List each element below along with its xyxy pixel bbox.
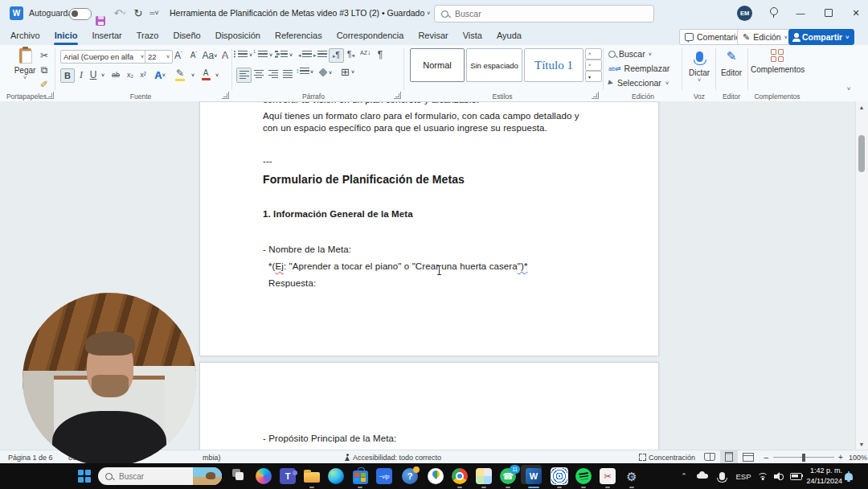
bullets-button[interactable]: ˅ [238, 51, 252, 59]
clipboard-dialog-launcher[interactable] [47, 92, 54, 99]
font-color-button[interactable]: A [199, 67, 213, 83]
align-center-button[interactable] [252, 68, 265, 81]
whatsapp-button[interactable]: ☎11 [497, 466, 518, 486]
minimize-button[interactable]: — [788, 0, 813, 26]
tab-referencias[interactable]: Referencias [268, 26, 330, 45]
style-sin-espaciado[interactable]: Sin espaciado [466, 48, 522, 82]
editing-mode-button[interactable]: ✎Edición˅ [737, 29, 793, 45]
language-indicator[interactable]: mbia) [203, 450, 221, 464]
grow-font-button[interactable]: Aˆ [171, 49, 186, 62]
word-taskbar-button[interactable]: W [523, 466, 544, 486]
decrease-indent-button[interactable]: ◂ [298, 51, 312, 59]
copilot-button[interactable] [253, 466, 274, 486]
superscript-button[interactable]: x² [137, 68, 149, 81]
question-app-button[interactable]: ? [399, 466, 420, 486]
shading-button[interactable]: ˅ [320, 69, 332, 76]
autosave-toggle[interactable] [69, 8, 92, 20]
align-left-button[interactable] [236, 68, 252, 83]
scroll-up-arrow[interactable]: ▲ [855, 101, 868, 113]
change-case-button[interactable]: Aa˅ [201, 49, 219, 62]
microphone-tray-icon[interactable] [715, 463, 728, 489]
zoom-slider[interactable] [773, 450, 834, 464]
share-button[interactable]: Compartir˅ [788, 29, 854, 45]
search-input[interactable] [453, 8, 609, 19]
redo-button[interactable]: ↻ [131, 0, 145, 26]
tab-insertar[interactable]: Insertar [84, 26, 129, 45]
styles-scroll-down[interactable]: ˅ [585, 60, 602, 71]
location-pin-icon[interactable] [770, 7, 778, 15]
bold-button[interactable]: B [60, 68, 75, 83]
mvlp-app-button[interactable]: ~vlp [374, 466, 395, 486]
focus-mode-button[interactable]: Concentración [639, 450, 695, 464]
font-name-combo[interactable]: Arial (Cuerpo en alfa˅ [60, 50, 147, 64]
addins-button[interactable]: Complementos [751, 49, 804, 74]
paste-button[interactable]: Pegar ˅ [11, 48, 39, 80]
avatar[interactable]: EM [737, 6, 752, 21]
underline-button[interactable]: U [88, 68, 99, 81]
document-page-1[interactable]: convertir tu visión en un plan concreto … [199, 101, 659, 356]
map-app-button[interactable] [473, 466, 494, 486]
clock[interactable]: 1:42 p. m. 24/11/2024 [807, 466, 842, 487]
tray-overflow-chevron[interactable]: ⌃ [678, 463, 690, 489]
tab-disposicion[interactable]: Disposición [208, 26, 268, 45]
settings-button[interactable]: ⚙ [621, 466, 642, 486]
rtl-direction-button[interactable]: ¶◂ [344, 48, 358, 61]
read-mode-button[interactable] [701, 450, 719, 463]
styles-scroll-up[interactable]: ˄ [585, 48, 602, 60]
sort-button[interactable]: AZ↓ [360, 49, 371, 56]
wifi-tray-icon[interactable] [755, 463, 770, 489]
volume-tray-icon[interactable] [772, 463, 786, 489]
file-explorer-button[interactable] [301, 466, 322, 486]
show-marks-button[interactable]: ¶ [375, 48, 386, 61]
ltr-direction-button[interactable]: ▸¶ [329, 48, 344, 63]
tab-diseno[interactable]: Diseño [166, 26, 207, 45]
tab-revisar[interactable]: Revisar [411, 26, 455, 45]
customize-qat-button[interactable]: ═˅ [148, 0, 161, 26]
styles-dialog-launcher[interactable] [592, 92, 599, 99]
clear-formatting-button[interactable]: A [219, 49, 231, 62]
highlight-button[interactable]: ✎ [171, 67, 189, 83]
zoom-out-button[interactable]: − [764, 450, 768, 464]
dictate-button[interactable]: Dictar ˅ [685, 49, 714, 83]
styles-gallery-more[interactable]: ▾ [585, 71, 602, 82]
web-layout-button[interactable] [739, 450, 757, 463]
style-normal[interactable]: Normal [410, 48, 465, 82]
tab-ayuda[interactable]: Ayuda [489, 26, 529, 45]
restore-button[interactable] [817, 0, 841, 26]
paragraph-dialog-launcher[interactable] [394, 92, 401, 99]
justify-button[interactable] [280, 68, 294, 81]
input-language[interactable]: ESP [733, 463, 754, 489]
notifications-button[interactable] [841, 463, 857, 489]
zoom-in-button[interactable]: + [838, 450, 843, 464]
photos-app-button[interactable] [549, 466, 570, 486]
scrollbar-thumb[interactable] [858, 135, 865, 172]
text-effects-button[interactable]: A˅ [152, 68, 168, 81]
accessibility-status[interactable]: Accesibilidad: todo correcto [344, 450, 441, 464]
zoom-slider-thumb[interactable] [802, 454, 805, 462]
font-size-combo[interactable]: 22˅ [145, 50, 173, 64]
font-dialog-launcher[interactable] [222, 92, 229, 99]
tab-trazo[interactable]: Trazo [129, 26, 166, 45]
page-indicator[interactable]: Página 1 de 6 [8, 450, 53, 464]
underline-dropdown[interactable]: ˅ [99, 68, 107, 81]
taskbar-search[interactable] [98, 467, 222, 485]
document-page-2[interactable]: - Propósito Principal de la Meta: [199, 362, 659, 450]
format-painter-button[interactable]: ✐ [37, 79, 51, 90]
zoom-level[interactable]: 100% [849, 450, 867, 464]
scroll-down-arrow[interactable]: ▼ [855, 438, 868, 450]
line-spacing-button[interactable]: ↕˅ [296, 68, 313, 76]
italic-button[interactable]: I [76, 68, 87, 81]
start-button[interactable] [74, 466, 95, 486]
align-right-button[interactable] [266, 68, 280, 81]
edge-button[interactable] [326, 466, 346, 486]
chevron-down-icon[interactable]: ˅ [427, 10, 430, 16]
chrome-button[interactable] [449, 466, 470, 486]
find-button[interactable]: Buscar˅ [608, 49, 652, 59]
style-titulo-1[interactable]: Título 1 [524, 48, 583, 82]
multilevel-list-button[interactable]: ˅ [278, 51, 293, 59]
spotify-button[interactable] [573, 466, 594, 486]
snipping-tool-button[interactable]: ✂ [597, 466, 618, 486]
copy-button[interactable]: ⧉ [37, 64, 51, 76]
onedrive-tray-icon[interactable] [694, 463, 710, 489]
strikethrough-button[interactable]: ab [108, 68, 123, 81]
